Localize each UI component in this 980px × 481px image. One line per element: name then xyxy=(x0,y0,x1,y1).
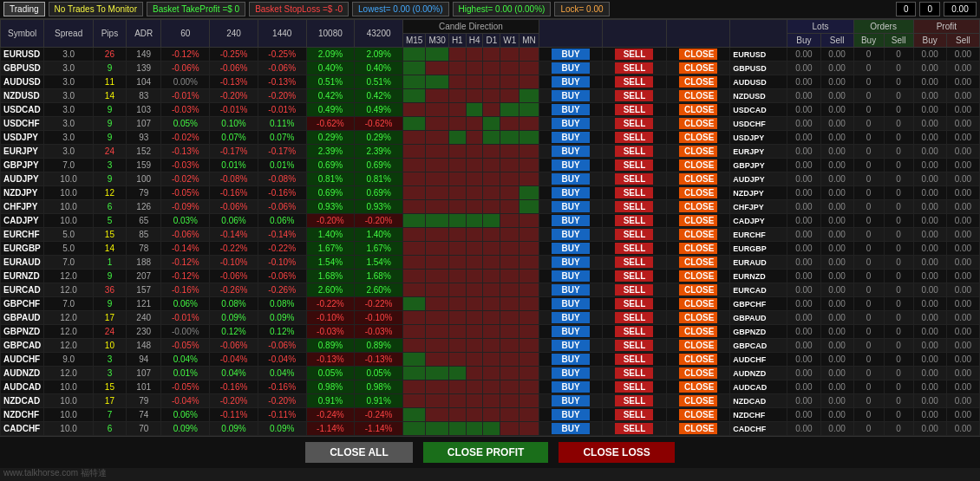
cell-buy-btn[interactable]: BUY xyxy=(539,103,602,117)
sell-button[interactable]: SELL xyxy=(615,146,653,157)
cell-close-btn[interactable]: CLOSE xyxy=(666,172,729,186)
buy-button[interactable]: BUY xyxy=(552,187,590,198)
sell-button[interactable]: SELL xyxy=(615,284,653,296)
sell-button[interactable]: SELL xyxy=(615,62,653,74)
cell-buy-btn[interactable]: BUY xyxy=(539,159,602,172)
close-loss-button[interactable]: CLOSE LOSS xyxy=(559,442,674,463)
sell-button[interactable]: SELL xyxy=(615,201,653,212)
cell-close-btn[interactable]: CLOSE xyxy=(666,367,729,380)
cell-buy-btn[interactable]: BUY xyxy=(539,256,602,270)
cell-buy-btn[interactable]: BUY xyxy=(539,394,602,408)
close-button[interactable]: CLOSE xyxy=(679,187,717,198)
cell-close-btn[interactable]: CLOSE xyxy=(666,422,729,436)
cell-sell-btn[interactable]: SELL xyxy=(603,214,666,228)
cell-buy-btn[interactable]: BUY xyxy=(539,380,602,394)
buy-button[interactable]: BUY xyxy=(552,215,590,226)
close-button[interactable]: CLOSE xyxy=(679,284,717,296)
buy-button[interactable]: BUY xyxy=(552,270,590,282)
sell-button[interactable]: SELL xyxy=(615,409,653,420)
cell-sell-btn[interactable]: SELL xyxy=(603,131,666,145)
cell-close-btn[interactable]: CLOSE xyxy=(666,380,729,394)
close-button[interactable]: CLOSE xyxy=(679,312,717,323)
cell-buy-btn[interactable]: BUY xyxy=(539,62,602,75)
cell-buy-btn[interactable]: BUY xyxy=(539,311,602,325)
cell-buy-btn[interactable]: BUY xyxy=(539,339,602,353)
cell-sell-btn[interactable]: SELL xyxy=(603,325,666,339)
sell-button[interactable]: SELL xyxy=(615,326,653,337)
cell-buy-btn[interactable]: BUY xyxy=(539,242,602,256)
cell-close-btn[interactable]: CLOSE xyxy=(666,145,729,159)
cell-buy-btn[interactable]: BUY xyxy=(539,422,602,436)
close-button[interactable]: CLOSE xyxy=(679,340,717,351)
input-value[interactable] xyxy=(944,2,977,16)
buy-button[interactable]: BUY xyxy=(552,229,590,240)
cell-close-btn[interactable]: CLOSE xyxy=(666,48,729,62)
buy-button[interactable]: BUY xyxy=(552,257,590,268)
buy-button[interactable]: BUY xyxy=(552,49,590,60)
close-button[interactable]: CLOSE xyxy=(679,326,717,337)
buy-button[interactable]: BUY xyxy=(552,90,590,101)
sell-button[interactable]: SELL xyxy=(615,395,653,406)
cell-buy-btn[interactable]: BUY xyxy=(539,131,602,145)
buy-button[interactable]: BUY xyxy=(552,326,590,337)
cell-close-btn[interactable]: CLOSE xyxy=(666,256,729,270)
cell-buy-btn[interactable]: BUY xyxy=(539,89,602,103)
cell-buy-btn[interactable]: BUY xyxy=(539,145,602,159)
cell-sell-btn[interactable]: SELL xyxy=(603,394,666,408)
sell-button[interactable]: SELL xyxy=(615,367,653,379)
cell-sell-btn[interactable]: SELL xyxy=(603,422,666,436)
close-button[interactable]: CLOSE xyxy=(679,90,717,101)
cell-buy-btn[interactable]: BUY xyxy=(539,297,602,311)
cell-buy-btn[interactable]: BUY xyxy=(539,325,602,339)
cell-close-btn[interactable]: CLOSE xyxy=(666,270,729,283)
close-button[interactable]: CLOSE xyxy=(679,367,717,379)
buy-button[interactable]: BUY xyxy=(552,354,590,365)
cell-close-btn[interactable]: CLOSE xyxy=(666,131,729,145)
close-button[interactable]: CLOSE xyxy=(679,229,717,240)
buy-button[interactable]: BUY xyxy=(552,173,590,185)
sell-button[interactable]: SELL xyxy=(615,354,653,365)
cell-sell-btn[interactable]: SELL xyxy=(603,89,666,103)
close-button[interactable]: CLOSE xyxy=(679,243,717,254)
close-button[interactable]: CLOSE xyxy=(679,118,717,129)
close-button[interactable]: CLOSE xyxy=(679,159,717,171)
cell-close-btn[interactable]: CLOSE xyxy=(666,408,729,422)
cell-sell-btn[interactable]: SELL xyxy=(603,283,666,297)
buy-button[interactable]: BUY xyxy=(552,159,590,171)
buy-button[interactable]: BUY xyxy=(552,381,590,393)
close-button[interactable]: CLOSE xyxy=(679,423,717,434)
cell-close-btn[interactable]: CLOSE xyxy=(666,75,729,89)
cell-sell-btn[interactable]: SELL xyxy=(603,145,666,159)
sell-button[interactable]: SELL xyxy=(615,312,653,323)
close-button[interactable]: CLOSE xyxy=(679,381,717,393)
cell-sell-btn[interactable]: SELL xyxy=(603,200,666,214)
cell-sell-btn[interactable]: SELL xyxy=(603,159,666,172)
buy-button[interactable]: BUY xyxy=(552,395,590,406)
close-button[interactable]: CLOSE xyxy=(679,76,717,88)
cell-sell-btn[interactable]: SELL xyxy=(603,380,666,394)
close-button[interactable]: CLOSE xyxy=(679,409,717,420)
cell-close-btn[interactable]: CLOSE xyxy=(666,297,729,311)
sell-button[interactable]: SELL xyxy=(615,298,653,309)
buy-button[interactable]: BUY xyxy=(552,340,590,351)
close-button[interactable]: CLOSE xyxy=(679,298,717,309)
cell-buy-btn[interactable]: BUY xyxy=(539,48,602,62)
cell-close-btn[interactable]: CLOSE xyxy=(666,353,729,367)
sell-button[interactable]: SELL xyxy=(615,90,653,101)
sell-button[interactable]: SELL xyxy=(615,229,653,240)
buy-button[interactable]: BUY xyxy=(552,409,590,420)
cell-buy-btn[interactable]: BUY xyxy=(539,408,602,422)
cell-sell-btn[interactable]: SELL xyxy=(603,242,666,256)
close-button[interactable]: CLOSE xyxy=(679,257,717,268)
cell-close-btn[interactable]: CLOSE xyxy=(666,394,729,408)
cell-close-btn[interactable]: CLOSE xyxy=(666,200,729,214)
sell-button[interactable]: SELL xyxy=(615,270,653,282)
sell-button[interactable]: SELL xyxy=(615,423,653,434)
cell-sell-btn[interactable]: SELL xyxy=(603,172,666,186)
cell-close-btn[interactable]: CLOSE xyxy=(666,89,729,103)
cell-close-btn[interactable]: CLOSE xyxy=(666,283,729,297)
sell-button[interactable]: SELL xyxy=(615,243,653,254)
sell-button[interactable]: SELL xyxy=(615,173,653,185)
close-button[interactable]: CLOSE xyxy=(679,173,717,185)
buy-button[interactable]: BUY xyxy=(552,146,590,157)
